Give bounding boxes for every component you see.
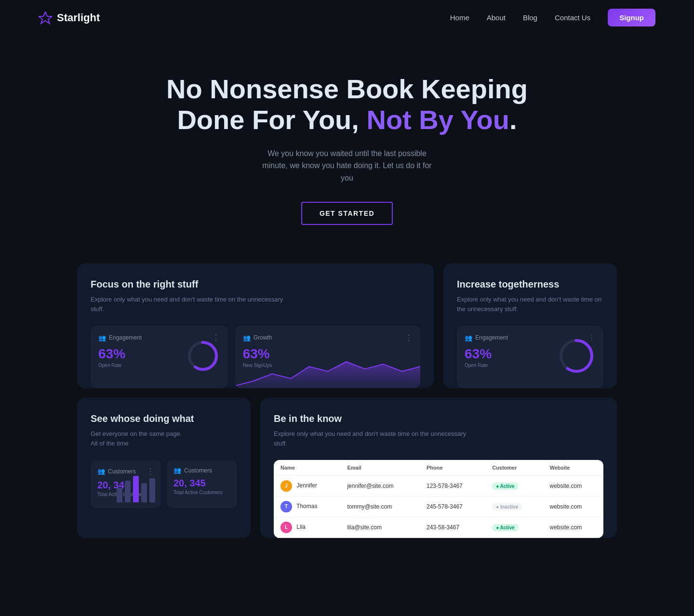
row-phone: 123-578-3467 xyxy=(420,476,485,497)
growth-title: Growth xyxy=(254,334,272,341)
card-know-desc: Explore only what you need and don't was… xyxy=(274,429,476,448)
col-phone: Phone xyxy=(420,460,485,476)
card-focus-widgets: 👥 Engagement ⋮ 63% Open Rate xyxy=(91,326,420,388)
table-row: L Lila lila@site.com 243-58-3467 ● Activ… xyxy=(274,517,603,538)
engagement-icon: 👥 xyxy=(98,334,106,341)
customers2-icon: 👥 xyxy=(174,467,181,474)
hero-headline-line2-purple: Not By You xyxy=(366,105,509,135)
bar-chart-1 xyxy=(117,473,155,502)
row-website: website.com xyxy=(543,476,603,497)
hero-headline-dot: . xyxy=(509,105,517,135)
customers2-title: Customers xyxy=(184,467,212,474)
col-website: Website xyxy=(543,460,603,476)
card-togetherness-desc: Explore only what you need and don't was… xyxy=(457,295,603,314)
row-email: tommy@site.com xyxy=(340,497,420,517)
col-name: Name xyxy=(274,460,340,476)
bar3 xyxy=(133,476,139,502)
col-customer: Customer xyxy=(485,460,543,476)
get-started-button[interactable]: GET STARTED xyxy=(301,202,393,225)
growth-widget: 👥 Growth ⋮ 63% New SignUps xyxy=(235,326,420,388)
togetherness-engagement-title: Engagement xyxy=(475,334,508,341)
engagement-donut xyxy=(186,339,220,375)
card-who-what-title: See whose doing what xyxy=(91,413,237,424)
nav-contact[interactable]: Contact Us xyxy=(555,13,590,22)
card-in-the-know: Be in the know Explore only what you nee… xyxy=(260,398,617,538)
card-togetherness-title: Increase togetherness xyxy=(457,279,603,290)
togetherness-widget: 👥 Engagement ⋮ 63% Open Rate xyxy=(457,326,603,388)
row-name: J Jennifer xyxy=(274,476,340,497)
card-focus: Focus on the right stuff Explore only wh… xyxy=(77,263,434,388)
nav-home[interactable]: Home xyxy=(450,13,469,22)
nav-links: Home About Blog Contact Us Signup xyxy=(450,9,655,26)
card-who-what-desc: Get everyone on the same page. All of th… xyxy=(91,429,237,448)
growth-icon: 👥 xyxy=(243,334,251,341)
row-website: website.com xyxy=(543,497,603,517)
row-status: ● Inactive xyxy=(485,497,543,517)
starlight-logo-icon xyxy=(39,11,52,25)
hero-section: No Nonsense Book Keeping Done For You, N… xyxy=(0,35,694,254)
col-email: Email xyxy=(340,460,420,476)
bar2 xyxy=(125,481,131,502)
nav-about[interactable]: About xyxy=(487,13,506,22)
row-name: T Thomas xyxy=(274,497,340,517)
card-togetherness: Increase togetherness Explore only what … xyxy=(443,263,617,388)
svg-line-1 xyxy=(43,12,45,16)
customers2-value: 20, 345 xyxy=(174,478,230,489)
navbar: Starlight Home About Blog Contact Us Sig… xyxy=(0,0,694,35)
row-email: lila@site.com xyxy=(340,517,420,538)
row-website: website.com xyxy=(543,517,603,538)
row-status: ● Active xyxy=(485,476,543,497)
customers-widget-2: 👥 Customers 20, 345 Total Active Custome… xyxy=(167,460,237,508)
logo[interactable]: Starlight xyxy=(39,11,100,25)
hero-headline-line2-normal: Done For You, xyxy=(177,105,359,135)
hero-headline-line1: No Nonsense Book Keeping xyxy=(166,74,528,104)
card-know-title: Be in the know xyxy=(274,413,603,424)
engagement-title: Engagement xyxy=(109,334,142,341)
table-row: T Thomas tommy@site.com 245-578-3467 ● I… xyxy=(274,497,603,517)
customers2-sublabel: Total Active Customers xyxy=(174,490,230,495)
customers-table: Name Email Phone Customer Website J Jenn… xyxy=(274,460,603,538)
svg-marker-0 xyxy=(39,12,52,24)
card-who-what: See whose doing what Get everyone on the… xyxy=(77,398,251,538)
customers-widget-1: 👥 Customers ⋮ 20, 345 Total Active Custo… xyxy=(91,460,161,508)
row-name: L Lila xyxy=(274,517,340,538)
row-phone: 243-58-3467 xyxy=(420,517,485,538)
bar4 xyxy=(141,483,147,502)
logo-text: Starlight xyxy=(57,12,100,24)
signup-button[interactable]: Signup xyxy=(608,9,655,26)
engagement-widget: 👥 Engagement ⋮ 63% Open Rate xyxy=(91,326,227,388)
growth-chart xyxy=(235,354,420,388)
customers1-icon: 👥 xyxy=(97,468,105,475)
table-row: J Jennifer jennifer@site.com 123-578-346… xyxy=(274,476,603,497)
feature-grid: Focus on the right stuff Explore only wh… xyxy=(39,254,655,558)
row-email: jennifer@site.com xyxy=(340,476,420,497)
growth-menu[interactable]: ⋮ xyxy=(405,333,413,342)
who-what-widgets: 👥 Customers ⋮ 20, 345 Total Active Custo… xyxy=(91,460,237,508)
row-status: ● Active xyxy=(485,517,543,538)
togetherness-engagement-icon: 👥 xyxy=(465,334,472,341)
card-focus-title: Focus on the right stuff xyxy=(91,279,420,290)
bar1 xyxy=(117,488,122,502)
nav-blog[interactable]: Blog xyxy=(523,13,537,22)
card-focus-desc: Explore only what you need and don't was… xyxy=(91,295,293,314)
row-phone: 245-578-3467 xyxy=(420,497,485,517)
hero-subtext: We you know you waited until the last po… xyxy=(255,147,439,184)
bar5 xyxy=(149,478,155,502)
hero-headline: No Nonsense Book Keeping Done For You, N… xyxy=(164,74,530,136)
